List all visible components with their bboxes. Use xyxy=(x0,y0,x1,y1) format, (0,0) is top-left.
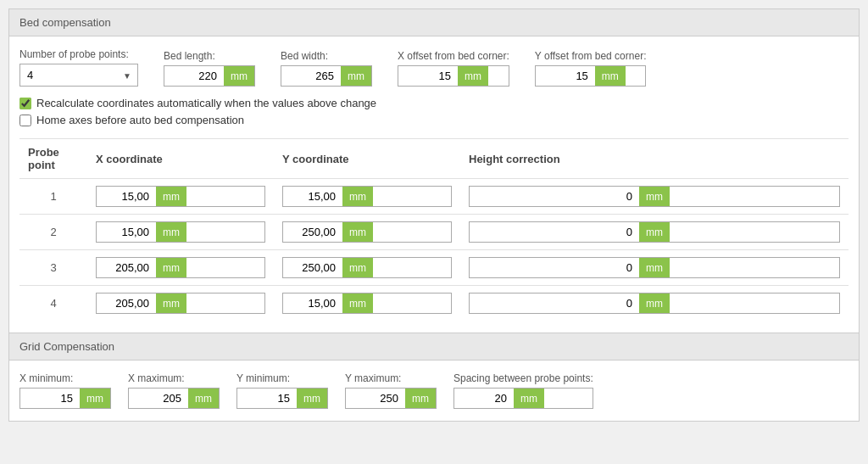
probe-y-input-unit: mm xyxy=(282,221,452,243)
probe-y-input[interactable] xyxy=(283,222,342,242)
probe-y-input-unit: mm xyxy=(282,257,452,278)
probe-x-input[interactable] xyxy=(97,222,156,242)
y-max-input[interactable] xyxy=(346,389,405,408)
x-min-input-unit: mm xyxy=(19,388,111,409)
probe-h-cell: mm xyxy=(460,286,849,321)
probe-x-input[interactable] xyxy=(97,258,156,277)
bed-compensation-fields: Number of probe points: 4 3 9 16 25 ▼ Be… xyxy=(19,48,849,87)
probe-y-input-unit: mm xyxy=(282,293,452,314)
probe-h-input[interactable] xyxy=(470,187,639,206)
probe-h-input[interactable] xyxy=(470,222,639,242)
x-offset-label: X offset from bed corner: xyxy=(398,50,509,62)
x-max-input[interactable] xyxy=(129,389,188,408)
probe-y-input[interactable] xyxy=(283,293,342,313)
probe-h-input-unit: mm xyxy=(469,293,840,314)
num-probe-points-label: Number of probe points: xyxy=(19,48,138,60)
x-min-group: X minimum: mm xyxy=(19,372,111,409)
y-offset-group: Y offset from bed corner: mm xyxy=(535,50,647,87)
recalculate-checkbox[interactable] xyxy=(19,98,31,109)
x-max-label: X maximum: xyxy=(128,372,220,384)
probe-x-input[interactable] xyxy=(97,293,156,313)
y-offset-input-unit: mm xyxy=(535,65,647,87)
probe-h-input[interactable] xyxy=(470,293,639,313)
x-min-label: X minimum: xyxy=(19,372,111,384)
bed-length-input[interactable] xyxy=(164,66,224,86)
home-axes-label: Home axes before auto bed compensation xyxy=(36,114,244,126)
probe-y-cell: mm xyxy=(274,179,460,215)
grid-fields: X minimum: mm X maximum: mm Y minimum: xyxy=(19,372,849,409)
probe-table-row: 4 mm mm mm xyxy=(19,286,849,321)
probe-x-cell: mm xyxy=(87,179,274,215)
probe-y-cell: mm xyxy=(274,215,460,250)
probe-y-unit: mm xyxy=(342,293,373,313)
num-probe-points-select[interactable]: 4 3 9 16 25 xyxy=(19,64,138,87)
bed-compensation-header: Bed compensation xyxy=(9,9,859,36)
y-max-group: Y maximum: mm xyxy=(345,372,437,409)
probe-x-input-unit: mm xyxy=(96,293,265,314)
y-min-unit: mm xyxy=(297,389,327,408)
probe-h-input-unit: mm xyxy=(469,186,840,207)
probe-y-input[interactable] xyxy=(283,187,342,206)
probe-x-input[interactable] xyxy=(97,187,156,206)
probe-points-table: Probe point X coordinate Y coordinate He… xyxy=(19,138,849,321)
col-x-coordinate: X coordinate xyxy=(87,139,274,179)
probe-y-input[interactable] xyxy=(283,258,342,277)
probe-table-row: 2 mm mm mm xyxy=(19,215,849,250)
x-offset-unit: mm xyxy=(458,66,488,86)
probe-x-unit: mm xyxy=(156,293,186,313)
probe-y-unit: mm xyxy=(342,258,373,277)
probe-y-cell: mm xyxy=(274,286,460,321)
bed-length-label: Bed length: xyxy=(164,50,255,62)
col-probe-point: Probe point xyxy=(19,139,87,179)
checkboxes-area: Recalculate coordinates automatically wh… xyxy=(19,97,849,126)
probe-x-input-unit: mm xyxy=(96,221,265,243)
bed-width-group: Bed width: mm xyxy=(281,50,372,87)
grid-compensation-header: Grid Compensation xyxy=(9,333,859,361)
probe-h-input[interactable] xyxy=(470,258,639,277)
probe-y-cell: mm xyxy=(274,250,460,286)
y-min-input-unit: mm xyxy=(236,388,328,409)
x-offset-group: X offset from bed corner: mm xyxy=(398,50,509,87)
probe-y-input-unit: mm xyxy=(282,186,452,207)
bed-width-input-unit: mm xyxy=(281,65,372,87)
probe-h-input-unit: mm xyxy=(469,221,840,243)
probe-h-cell: mm xyxy=(460,179,849,215)
x-min-input[interactable] xyxy=(20,389,80,408)
num-probe-points-select-wrap: 4 3 9 16 25 ▼ xyxy=(19,64,138,87)
spacing-input-unit: mm xyxy=(453,388,593,409)
probe-h-unit: mm xyxy=(639,258,670,277)
probe-x-input-unit: mm xyxy=(96,257,265,278)
y-max-label: Y maximum: xyxy=(345,372,437,384)
spacing-input[interactable] xyxy=(454,389,514,408)
grid-compensation-body: X minimum: mm X maximum: mm Y minimum: xyxy=(9,361,859,421)
probe-h-unit: mm xyxy=(639,222,670,242)
bed-width-input[interactable] xyxy=(281,66,341,86)
x-max-unit: mm xyxy=(188,389,219,408)
y-offset-label: Y offset from bed corner: xyxy=(535,50,647,62)
spacing-group: Spacing between probe points: mm xyxy=(453,372,593,409)
probe-table-row: 3 mm mm mm xyxy=(19,250,849,286)
y-min-input[interactable] xyxy=(237,389,297,408)
probe-h-unit: mm xyxy=(639,293,670,313)
recalculate-label: Recalculate coordinates automatically wh… xyxy=(36,97,376,109)
x-offset-input-unit: mm xyxy=(398,65,509,87)
recalculate-checkbox-row: Recalculate coordinates automatically wh… xyxy=(19,97,849,109)
probe-point-num: 2 xyxy=(19,215,87,250)
y-offset-unit: mm xyxy=(595,66,626,86)
col-height-correction: Height correction xyxy=(460,139,849,179)
num-probe-points-group: Number of probe points: 4 3 9 16 25 ▼ xyxy=(19,48,138,87)
probe-point-num: 1 xyxy=(19,179,87,215)
probe-point-num: 4 xyxy=(19,286,87,321)
probe-x-unit: mm xyxy=(156,222,186,242)
probe-h-unit: mm xyxy=(639,187,670,206)
probe-x-unit: mm xyxy=(156,258,186,277)
col-y-coordinate: Y coordinate xyxy=(274,139,460,179)
bed-length-group: Bed length: mm xyxy=(164,50,255,87)
probe-h-cell: mm xyxy=(460,215,849,250)
probe-x-unit: mm xyxy=(156,187,186,206)
bed-width-label: Bed width: xyxy=(281,50,372,62)
x-offset-input[interactable] xyxy=(398,66,458,86)
home-axes-checkbox[interactable] xyxy=(19,115,31,126)
home-axes-checkbox-row: Home axes before auto bed compensation xyxy=(19,114,849,126)
y-offset-input[interactable] xyxy=(536,66,595,86)
